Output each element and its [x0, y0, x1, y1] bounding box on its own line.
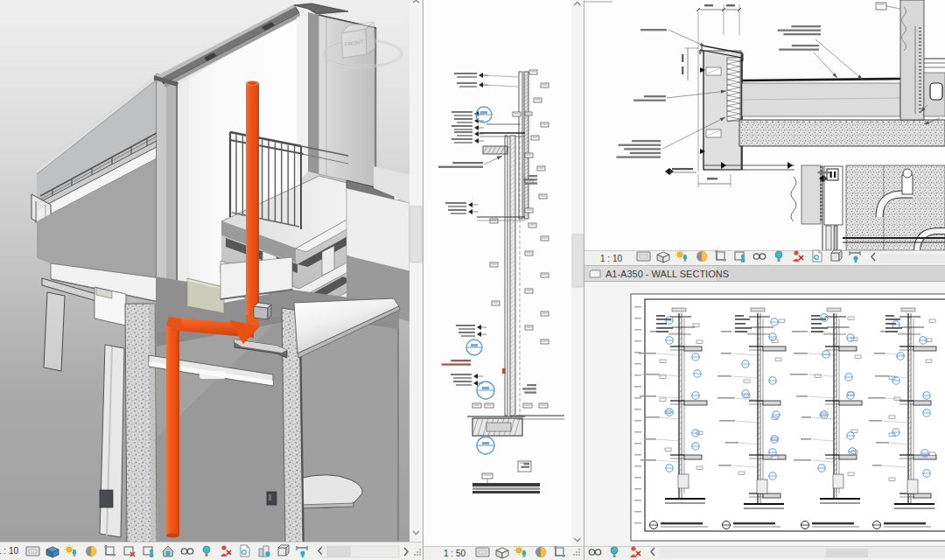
svg-text:1 : 10: 1 : 10: [600, 254, 622, 263]
svg-text:A1-A350 - WALL SECTIONS: A1-A350 - WALL SECTIONS: [606, 269, 729, 279]
svg-text:1 : 10: 1 : 10: [0, 546, 18, 556]
svg-text:1 : 50: 1 : 50: [444, 549, 466, 558]
